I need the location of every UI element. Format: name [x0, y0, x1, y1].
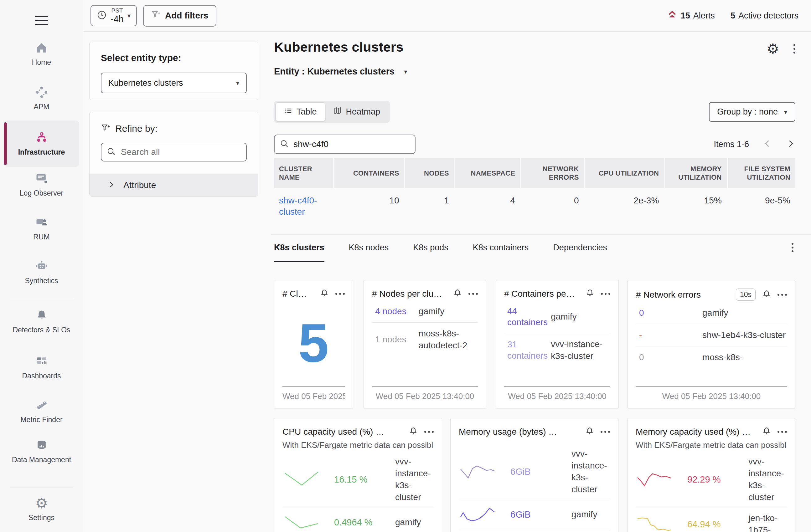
group-by-dropdown[interactable]: Group by : none ▾ — [709, 102, 795, 122]
map-icon — [334, 106, 342, 118]
sidebar-item-dashboards[interactable]: Dashboards — [0, 354, 83, 380]
column-header-cpu-utilization[interactable]: CPU UTILIZATION — [585, 158, 664, 188]
tab-k8s-pods[interactable]: K8s pods — [413, 243, 448, 262]
card-title: Memory usage (bytes) … — [459, 427, 579, 437]
gear-icon[interactable]: ⚙ — [767, 42, 779, 56]
column-header-namespace[interactable]: NAMESPACE — [455, 158, 520, 188]
heatmap-view-label: Heatmap — [346, 107, 380, 117]
topbar-left: PST -4h ▾ Add filters — [91, 5, 216, 27]
memory-utilization-cell: 15% — [665, 188, 727, 218]
card-menu-icon[interactable] — [601, 293, 610, 295]
column-header-nodes[interactable]: NODES — [405, 158, 454, 188]
sidebar-item-rum[interactable]: RUM — [0, 215, 83, 241]
sidebar-item-synthetics[interactable]: Synthetics — [0, 259, 83, 285]
card-title: # Containers pe… — [504, 289, 579, 299]
bell-icon[interactable] — [762, 290, 771, 300]
row-label: gamify — [702, 307, 787, 319]
bell-icon[interactable] — [409, 426, 418, 437]
card-menu-icon[interactable] — [424, 431, 434, 433]
heatmap-view-button[interactable]: Heatmap — [325, 103, 388, 121]
column-header-containers[interactable]: CONTAINERS — [334, 158, 404, 188]
card-menu-icon[interactable] — [778, 294, 787, 296]
card-menu-icon[interactable] — [778, 431, 787, 433]
entity-type-select[interactable]: Kubernetes clusters ▾ — [101, 73, 247, 93]
row-value: 6GiB — [510, 510, 571, 520]
cluster-name-link[interactable]: shw-c4f0-cluster — [279, 195, 317, 217]
column-header-memory-utilization[interactable]: MEMORY UTILIZATION — [665, 158, 727, 188]
tab-k8s-clusters[interactable]: K8s clusters — [274, 243, 324, 262]
pagination: Items 1-6 — [714, 139, 795, 150]
column-header-cluster-name[interactable]: CLUSTER NAME — [274, 158, 333, 188]
topbar: PST -4h ▾ Add filters 15 Alerts 5 Active… — [83, 0, 811, 32]
bell-icon[interactable] — [320, 288, 329, 299]
gear-icon: ⚙ — [34, 496, 49, 511]
list-item: 92.29 % vvv-instance-k3s-cluster — [636, 451, 787, 507]
sidebar-item-label: Data Management — [12, 455, 71, 465]
value-link[interactable]: 0 — [636, 307, 702, 318]
entity-type-panel: Select entity type: Kubernetes clusters … — [89, 42, 258, 100]
view-toggle-row: Table Heatmap Group by : none ▾ — [274, 101, 795, 123]
bell-icon[interactable] — [585, 426, 594, 437]
card-menu-icon[interactable] — [600, 431, 610, 433]
group-by-label: Group by : none — [717, 107, 778, 117]
row-value: - — [636, 330, 702, 341]
chevron-right-icon — [107, 181, 115, 190]
tab-k8s-containers[interactable]: K8s containers — [473, 243, 529, 262]
alerts-indicator[interactable]: 15 Alerts — [667, 10, 715, 22]
row-value: 16.15 % — [334, 474, 395, 485]
value-link[interactable]: 44 containers — [504, 306, 551, 328]
chevron-left-icon[interactable] — [763, 139, 772, 150]
time-range-picker[interactable]: PST -4h ▾ — [91, 5, 137, 26]
single-value: 5 — [282, 299, 345, 387]
card-containers-per-cluster: # Containers pe… 44 containers gamify 31… — [496, 280, 619, 408]
attribute-expander[interactable]: Attribute — [90, 174, 258, 196]
kebab-menu-icon[interactable] — [792, 243, 794, 252]
chevron-down-icon: ▾ — [404, 68, 407, 75]
table-view-button[interactable]: Table — [276, 102, 325, 122]
card-menu-icon[interactable] — [335, 293, 345, 295]
sidebar-item-settings[interactable]: ⚙ Settings — [0, 496, 83, 522]
row-value: 92.29 % — [687, 474, 748, 485]
add-filters-button[interactable]: Add filters — [143, 5, 216, 27]
bell-icon[interactable] — [762, 426, 771, 437]
row-label: gamify — [571, 508, 610, 520]
sidebar-item-metric-finder[interactable]: Metric Finder — [0, 398, 83, 424]
kebab-menu-icon[interactable] — [794, 44, 795, 53]
entity-selector[interactable]: Entity : Kubernetes clusters ▾ — [274, 66, 407, 77]
list-item: 16.15 % vvv-instance-k3s-cluster — [282, 451, 434, 507]
bell-icon[interactable] — [585, 288, 595, 299]
column-header-file-system-utilization[interactable]: FILE SYSTEM UTILIZATION — [728, 158, 795, 188]
active-detectors-indicator[interactable]: 5 Active detectors — [731, 11, 798, 21]
row-label: shw-1eb4-k3s-cluster — [702, 329, 787, 341]
sidebar-item-infrastructure[interactable]: Infrastructure — [4, 121, 79, 167]
sparkline — [459, 461, 510, 482]
sidebar-item-apm[interactable]: APM — [0, 85, 83, 111]
bell-icon[interactable] — [453, 288, 462, 299]
menu-icon[interactable] — [35, 13, 48, 28]
refine-search-input[interactable] — [120, 147, 246, 157]
add-filters-label: Add filters — [165, 11, 208, 21]
sidebar-item-data-management[interactable]: Data Management — [0, 438, 83, 465]
sidebar-item-log-observer[interactable]: Log Observer — [0, 172, 83, 198]
clusters-table: CLUSTER NAME CONTAINERS NODES NAMESPACE … — [274, 158, 795, 218]
chevron-right-icon[interactable] — [786, 139, 795, 150]
sidebar-item-home[interactable]: Home — [0, 41, 83, 67]
card-timestamp: Wed 05 Feb 2025 13:40:00 — [282, 387, 345, 408]
app-root: { "colors":{ "brand_pink":"#c23a80","sid… — [0, 0, 811, 532]
card-title: CPU capacity used (%) … — [282, 427, 402, 437]
sidebar-item-detectors-slos[interactable]: Detectors & SLOs — [0, 308, 83, 334]
card-title: # Nodes per clu… — [372, 289, 446, 299]
tab-dependencies[interactable]: Dependencies — [553, 243, 607, 262]
card-clusters-count: # Cl… 5 Wed 05 Feb 2025 13:40:00 — [274, 280, 353, 408]
tab-k8s-nodes[interactable]: K8s nodes — [349, 243, 389, 262]
column-header-network-errors[interactable]: NETWORK ERRORS — [521, 158, 584, 188]
title-row: Kubernetes clusters ⚙ — [274, 40, 795, 56]
rum-icon — [34, 215, 49, 230]
cluster-search-input[interactable] — [293, 139, 415, 150]
card-timestamp: Wed 05 Feb 2025 13:40:00 — [504, 387, 610, 408]
value-link[interactable]: 31 containers — [504, 339, 551, 361]
card-menu-icon[interactable] — [469, 293, 478, 295]
search-icon — [275, 139, 293, 150]
section-divider — [271, 234, 811, 235]
value-link[interactable]: 4 nodes — [372, 306, 419, 317]
